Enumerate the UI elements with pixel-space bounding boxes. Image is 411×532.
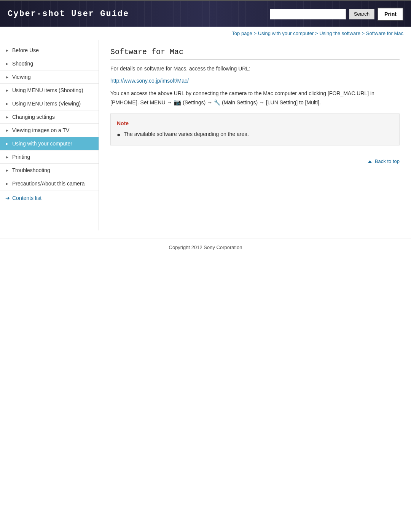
sidebar-item-computer[interactable]: ► Using with your computer [0,137,99,150]
sidebar-item-viewing-tv[interactable]: ► Viewing images on a TV [0,124,99,137]
sidebar-item-menu-shooting[interactable]: ► Using MENU items (Shooting) [0,84,99,97]
arrow-icon: ► [5,115,9,119]
arrow-icon: ► [5,128,9,133]
content-body: For details on software for Macs, access… [110,64,400,166]
copyright-text: Copyright 2012 Sony Corporation [169,244,242,250]
software-url-link[interactable]: http://www.sony.co.jp/imsoft/Mac/ [110,78,189,84]
note-title: Note [117,119,393,128]
contents-list-label: Contents list [12,195,41,201]
sidebar-item-label: Changing settings [12,114,55,120]
back-to-top-label: Back to top [375,158,400,164]
sidebar-item-label: Using MENU items (Viewing) [12,101,81,107]
arrow-right-icon: ➔ [5,195,10,201]
note-text: The available software varies depending … [124,130,249,138]
wrench-icon: 🔧 [214,98,220,107]
note-item: ● The available software varies dependin… [117,130,393,140]
app-title: Cyber-shot User Guide [8,9,129,19]
sidebar-item-changing-settings[interactable]: ► Changing settings [0,110,99,124]
arrow-icon: ► [5,182,9,186]
content-intro: For details on software for Macs, access… [110,64,400,73]
page-title: Software for Mac [110,48,400,60]
sidebar-item-precautions[interactable]: ► Precautions/About this camera [0,177,99,190]
sidebar-item-label: Shooting [12,61,33,67]
triangle-up-icon [368,160,372,163]
back-to-top: Back to top [110,153,400,166]
sidebar-item-menu-viewing[interactable]: ► Using MENU items (Viewing) [0,97,99,110]
note-box: Note ● The available software varies dep… [110,113,400,145]
sidebar-item-label: Printing [12,154,30,160]
main-layout: ► Before Use ► Shooting ► Viewing ► Usin… [0,40,411,230]
sidebar-item-viewing[interactable]: ► Viewing [0,70,99,84]
sidebar-item-shooting[interactable]: ► Shooting [0,57,99,70]
contents-list-link[interactable]: ➔ Contents list [0,190,99,206]
back-to-top-link[interactable]: Back to top [368,158,400,164]
header: Cyber-shot User Guide Search Print [0,0,411,27]
footer: Copyright 2012 Sony Corporation [0,238,411,256]
content-area: Software for Mac For details on software… [99,40,411,230]
print-button[interactable]: Print [378,8,403,21]
settings-icon: 📷 [174,97,181,107]
arrow-icon: ► [5,88,9,93]
sidebar-item-label: Precautions/About this camera [12,181,85,187]
sidebar: ► Before Use ► Shooting ► Viewing ► Usin… [0,40,99,230]
sidebar-item-label: Troubleshooting [12,167,50,173]
breadcrumb-link-software[interactable]: Using the software [319,30,360,36]
sidebar-item-label: Using MENU items (Shooting) [12,87,83,93]
sidebar-item-printing[interactable]: ► Printing [0,150,99,164]
content-url: http://www.sony.co.jp/imsoft/Mac/ [110,77,400,85]
search-input[interactable] [270,9,346,19]
arrow-icon: ► [5,48,9,53]
sidebar-item-label: Viewing [12,74,31,80]
arrow-icon: ► [5,102,9,106]
arrow-icon: ► [5,62,9,66]
arrow-icon: ► [5,155,9,159]
sidebar-item-label: Before Use [12,47,39,53]
sidebar-item-label: Using with your computer [12,141,72,147]
note-bullet-icon: ● [117,130,121,140]
sidebar-item-before-use[interactable]: ► Before Use [0,44,99,57]
search-button[interactable]: Search [349,9,374,19]
breadcrumb-link-top[interactable]: Top page [232,30,252,36]
breadcrumb-sep-3: > [362,30,366,36]
arrow-icon: ► [5,142,9,146]
content-instruction: You can access the above URL by connecti… [110,89,400,107]
header-controls: Search Print [270,8,403,21]
breadcrumb-sep-2: > [315,30,319,36]
breadcrumb-sep-1: > [253,30,258,36]
breadcrumb-link-computer[interactable]: Using with your computer [258,30,314,36]
arrow-icon: ► [5,75,9,79]
sidebar-item-troubleshooting[interactable]: ► Troubleshooting [0,164,99,177]
breadcrumb: Top page > Using with your computer > Us… [0,27,411,40]
breadcrumb-link-mac[interactable]: Software for Mac [366,30,403,36]
arrow-icon: ► [5,168,9,173]
sidebar-item-label: Viewing images on a TV [12,127,69,133]
